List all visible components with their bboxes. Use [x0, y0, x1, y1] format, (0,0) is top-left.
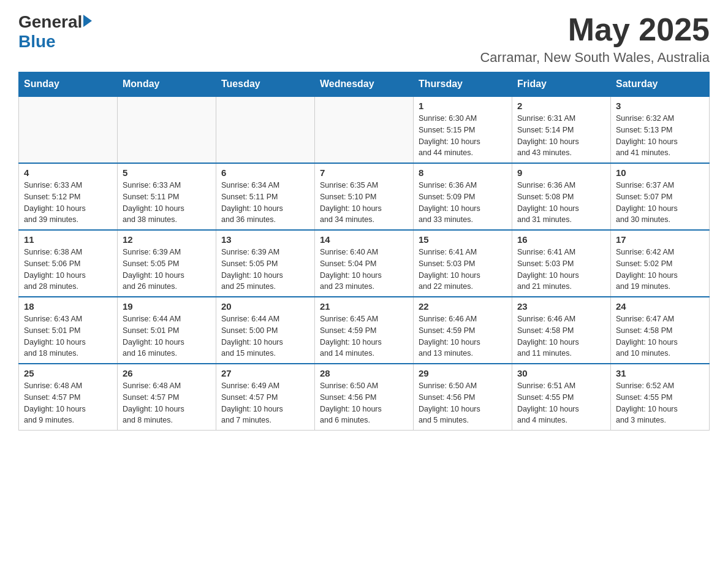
- calendar-day-header: Sunday: [19, 72, 118, 97]
- day-info: Sunrise: 6:41 AMSunset: 5:03 PMDaylight:…: [419, 247, 507, 293]
- calendar-day-cell: 29Sunrise: 6:50 AMSunset: 4:56 PMDayligh…: [414, 364, 512, 431]
- day-number: 1: [419, 101, 507, 111]
- day-number: 25: [24, 368, 112, 378]
- day-info: Sunrise: 6:44 AMSunset: 5:01 PMDaylight:…: [123, 313, 211, 359]
- day-number: 30: [517, 368, 605, 378]
- calendar-day-cell: 10Sunrise: 6:37 AMSunset: 5:07 PMDayligh…: [611, 163, 710, 230]
- day-number: 2: [517, 101, 605, 111]
- day-number: 24: [616, 301, 704, 312]
- calendar-day-cell: 5Sunrise: 6:33 AMSunset: 5:11 PMDaylight…: [118, 163, 216, 230]
- day-number: 15: [419, 234, 507, 245]
- day-info: Sunrise: 6:47 AMSunset: 4:58 PMDaylight:…: [616, 313, 704, 359]
- calendar-day-header: Friday: [512, 72, 611, 97]
- day-number: 10: [616, 167, 704, 178]
- calendar-day-cell: 31Sunrise: 6:52 AMSunset: 4:55 PMDayligh…: [611, 364, 710, 431]
- calendar-day-cell: 22Sunrise: 6:46 AMSunset: 4:59 PMDayligh…: [414, 297, 512, 364]
- calendar-day-cell: [315, 96, 414, 163]
- day-number: 19: [123, 301, 211, 312]
- calendar-day-cell: 8Sunrise: 6:36 AMSunset: 5:09 PMDaylight…: [414, 163, 512, 230]
- day-info: Sunrise: 6:48 AMSunset: 4:57 PMDaylight:…: [24, 380, 112, 426]
- calendar-day-cell: 17Sunrise: 6:42 AMSunset: 5:02 PMDayligh…: [611, 230, 710, 297]
- calendar-day-cell: 30Sunrise: 6:51 AMSunset: 4:55 PMDayligh…: [512, 364, 611, 431]
- day-info: Sunrise: 6:37 AMSunset: 5:07 PMDaylight:…: [616, 180, 704, 226]
- day-info: Sunrise: 6:46 AMSunset: 4:58 PMDaylight:…: [517, 313, 605, 359]
- title-block: May 2025 Carramar, New South Wales, Aust…: [480, 12, 710, 66]
- logo-general-text: General: [18, 12, 82, 32]
- day-info: Sunrise: 6:52 AMSunset: 4:55 PMDaylight:…: [616, 380, 704, 426]
- day-info: Sunrise: 6:35 AMSunset: 5:10 PMDaylight:…: [320, 180, 408, 226]
- calendar-day-cell: 24Sunrise: 6:47 AMSunset: 4:58 PMDayligh…: [611, 297, 710, 364]
- calendar-day-cell: 9Sunrise: 6:36 AMSunset: 5:08 PMDaylight…: [512, 163, 611, 230]
- day-number: 22: [419, 301, 507, 312]
- day-number: 26: [123, 368, 211, 378]
- calendar-week-row: 11Sunrise: 6:38 AMSunset: 5:06 PMDayligh…: [19, 230, 710, 297]
- day-info: Sunrise: 6:33 AMSunset: 5:12 PMDaylight:…: [24, 180, 112, 226]
- calendar-day-header: Monday: [118, 72, 216, 97]
- day-number: 12: [123, 234, 211, 245]
- location-subtitle: Carramar, New South Wales, Australia: [480, 50, 710, 66]
- day-number: 29: [419, 368, 507, 378]
- calendar-day-cell: 21Sunrise: 6:45 AMSunset: 4:59 PMDayligh…: [315, 297, 414, 364]
- day-number: 31: [616, 368, 704, 378]
- calendar-day-cell: 7Sunrise: 6:35 AMSunset: 5:10 PMDaylight…: [315, 163, 414, 230]
- logo-arrow-icon: [83, 15, 92, 27]
- day-number: 13: [221, 234, 309, 245]
- day-info: Sunrise: 6:34 AMSunset: 5:11 PMDaylight:…: [221, 180, 309, 226]
- day-info: Sunrise: 6:48 AMSunset: 4:57 PMDaylight:…: [123, 380, 211, 426]
- calendar-day-cell: 16Sunrise: 6:41 AMSunset: 5:03 PMDayligh…: [512, 230, 611, 297]
- day-number: 3: [616, 101, 704, 111]
- calendar-day-header: Saturday: [611, 72, 710, 97]
- day-number: 8: [419, 167, 507, 178]
- calendar-day-cell: [118, 96, 216, 163]
- logo: General Blue: [18, 12, 92, 52]
- day-info: Sunrise: 6:42 AMSunset: 5:02 PMDaylight:…: [616, 247, 704, 293]
- calendar-day-header: Tuesday: [216, 72, 315, 97]
- day-number: 11: [24, 234, 112, 245]
- day-info: Sunrise: 6:36 AMSunset: 5:08 PMDaylight:…: [517, 180, 605, 226]
- calendar-week-row: 1Sunrise: 6:30 AMSunset: 5:15 PMDaylight…: [19, 96, 710, 163]
- day-number: 27: [221, 368, 309, 378]
- day-info: Sunrise: 6:43 AMSunset: 5:01 PMDaylight:…: [24, 313, 112, 359]
- day-info: Sunrise: 6:44 AMSunset: 5:00 PMDaylight:…: [221, 313, 309, 359]
- day-info: Sunrise: 6:50 AMSunset: 4:56 PMDaylight:…: [419, 380, 507, 426]
- day-number: 9: [517, 167, 605, 178]
- day-info: Sunrise: 6:31 AMSunset: 5:14 PMDaylight:…: [517, 113, 605, 159]
- month-year-title: May 2025: [480, 12, 710, 47]
- calendar-header-row: SundayMondayTuesdayWednesdayThursdayFrid…: [19, 72, 710, 97]
- day-number: 6: [221, 167, 309, 178]
- day-info: Sunrise: 6:49 AMSunset: 4:57 PMDaylight:…: [221, 380, 309, 426]
- calendar-day-cell: 20Sunrise: 6:44 AMSunset: 5:00 PMDayligh…: [216, 297, 315, 364]
- day-info: Sunrise: 6:39 AMSunset: 5:05 PMDaylight:…: [123, 247, 211, 293]
- calendar-day-cell: [19, 96, 118, 163]
- calendar-day-cell: 13Sunrise: 6:39 AMSunset: 5:05 PMDayligh…: [216, 230, 315, 297]
- calendar-day-cell: 26Sunrise: 6:48 AMSunset: 4:57 PMDayligh…: [118, 364, 216, 431]
- calendar-day-cell: 2Sunrise: 6:31 AMSunset: 5:14 PMDaylight…: [512, 96, 611, 163]
- calendar-day-cell: 15Sunrise: 6:41 AMSunset: 5:03 PMDayligh…: [414, 230, 512, 297]
- page-header: General Blue May 2025 Carramar, New Sout…: [18, 12, 710, 66]
- calendar-day-header: Thursday: [414, 72, 512, 97]
- calendar-day-cell: 11Sunrise: 6:38 AMSunset: 5:06 PMDayligh…: [19, 230, 118, 297]
- calendar-day-cell: [216, 96, 315, 163]
- day-info: Sunrise: 6:46 AMSunset: 4:59 PMDaylight:…: [419, 313, 507, 359]
- calendar-day-cell: 6Sunrise: 6:34 AMSunset: 5:11 PMDaylight…: [216, 163, 315, 230]
- calendar-day-header: Wednesday: [315, 72, 414, 97]
- day-number: 28: [320, 368, 408, 378]
- calendar-week-row: 18Sunrise: 6:43 AMSunset: 5:01 PMDayligh…: [19, 297, 710, 364]
- day-number: 20: [221, 301, 309, 312]
- day-number: 23: [517, 301, 605, 312]
- day-info: Sunrise: 6:51 AMSunset: 4:55 PMDaylight:…: [517, 380, 605, 426]
- day-number: 16: [517, 234, 605, 245]
- calendar-week-row: 25Sunrise: 6:48 AMSunset: 4:57 PMDayligh…: [19, 364, 710, 431]
- calendar-table: SundayMondayTuesdayWednesdayThursdayFrid…: [18, 72, 710, 431]
- day-number: 17: [616, 234, 704, 245]
- day-info: Sunrise: 6:33 AMSunset: 5:11 PMDaylight:…: [123, 180, 211, 226]
- calendar-day-cell: 28Sunrise: 6:50 AMSunset: 4:56 PMDayligh…: [315, 364, 414, 431]
- day-info: Sunrise: 6:30 AMSunset: 5:15 PMDaylight:…: [419, 113, 507, 159]
- calendar-day-cell: 1Sunrise: 6:30 AMSunset: 5:15 PMDaylight…: [414, 96, 512, 163]
- day-number: 4: [24, 167, 112, 178]
- day-info: Sunrise: 6:41 AMSunset: 5:03 PMDaylight:…: [517, 247, 605, 293]
- calendar-day-cell: 19Sunrise: 6:44 AMSunset: 5:01 PMDayligh…: [118, 297, 216, 364]
- day-number: 5: [123, 167, 211, 178]
- calendar-day-cell: 23Sunrise: 6:46 AMSunset: 4:58 PMDayligh…: [512, 297, 611, 364]
- day-info: Sunrise: 6:38 AMSunset: 5:06 PMDaylight:…: [24, 247, 112, 293]
